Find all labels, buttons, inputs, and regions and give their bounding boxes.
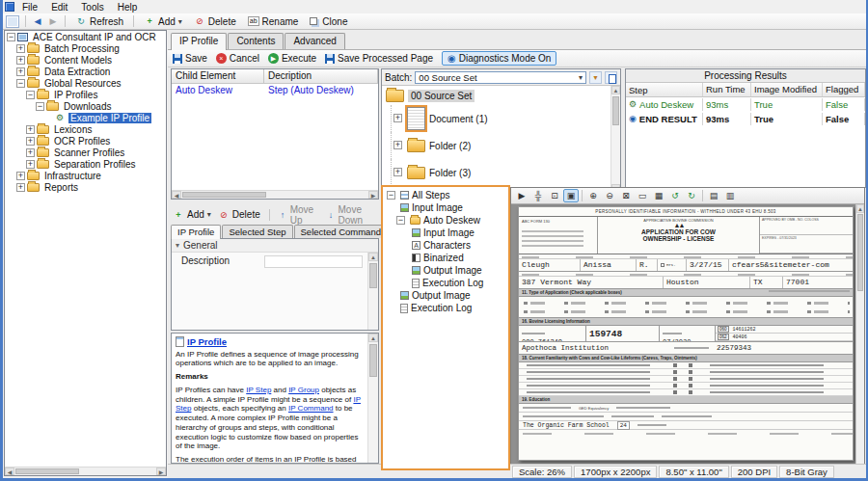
- column-run-time[interactable]: Run Time: [703, 83, 751, 96]
- magnifier-icon[interactable]: ▣: [563, 189, 579, 202]
- collapse-icon[interactable]: [396, 216, 405, 225]
- batch-item-document-1[interactable]: Document (1): [391, 105, 610, 132]
- tab-contents[interactable]: Contents: [228, 33, 284, 49]
- refresh-button[interactable]: ↻ Refresh: [71, 13, 127, 29]
- collapse-icon[interactable]: [16, 79, 25, 88]
- vertical-scrollbar[interactable]: ▲ ▼: [610, 86, 620, 193]
- horizontal-scrollbar[interactable]: ◀ ▶: [5, 467, 166, 475]
- batch-item-folder-3[interactable]: Folder (3): [391, 159, 610, 186]
- scroll-thumb[interactable]: [15, 468, 79, 474]
- fit-width-icon[interactable]: ▭: [635, 189, 650, 202]
- tree-item-lexicons[interactable]: Lexicons: [5, 123, 166, 135]
- table-row[interactable]: Auto Deskew Step (Auto Deskew): [172, 84, 378, 97]
- tree-item-example-ip-profile[interactable]: Example IP Profile: [5, 112, 166, 123]
- scroll-thumb[interactable]: [182, 192, 266, 198]
- batch-item-source-set[interactable]: 00 Source Set: [382, 86, 610, 105]
- scroll-track[interactable]: [181, 191, 368, 199]
- step-item-input-image[interactable]: Input Image: [383, 227, 508, 239]
- expand-icon[interactable]: [26, 148, 35, 157]
- expand-icon[interactable]: [26, 125, 35, 134]
- column-flagged[interactable]: Flagged: [823, 83, 865, 96]
- result-row-auto-deskew[interactable]: ⚙Auto Deskew 93ms True False: [626, 97, 865, 112]
- scroll-thumb[interactable]: [857, 214, 863, 291]
- help-title-link[interactable]: IP Profile: [187, 336, 227, 348]
- step-item-output-image[interactable]: Output Image: [383, 264, 508, 277]
- scroll-left-icon[interactable]: ◀: [172, 191, 181, 199]
- expand-icon[interactable]: [16, 172, 25, 180]
- step-item-execution-log[interactable]: Execution Log: [383, 277, 508, 289]
- tree-item-scanner-profiles[interactable]: Scanner Profiles: [5, 147, 166, 158]
- rotate-left-icon[interactable]: ↺: [667, 189, 683, 202]
- tree-item-global-resources[interactable]: Global Resources: [5, 77, 166, 89]
- step-item-input-image[interactable]: Input Image: [383, 201, 508, 214]
- result-row-end-result[interactable]: ◉END RESULT 93ms True False: [626, 112, 865, 126]
- zoom-in-icon[interactable]: ⊕: [585, 189, 601, 202]
- add-button[interactable]: + Add ▾: [140, 13, 186, 29]
- scroll-up-icon[interactable]: ▲: [368, 253, 378, 261]
- scroll-thumb[interactable]: [369, 263, 377, 288]
- execute-button[interactable]: ▶ Execute: [268, 53, 316, 64]
- tab-selected-command[interactable]: Selected Command: [294, 225, 388, 238]
- horizontal-scrollbar[interactable]: ◀ ▶: [172, 190, 378, 199]
- tree-item-ip-profiles[interactable]: IP Profiles: [5, 89, 166, 100]
- scroll-thumb[interactable]: [612, 96, 619, 125]
- tree-item-reports[interactable]: Reports: [5, 181, 166, 193]
- expand-icon[interactable]: [393, 168, 402, 176]
- menu-file[interactable]: File: [16, 2, 43, 13]
- expand-icon[interactable]: [16, 67, 25, 76]
- rename-button[interactable]: ab Rename: [244, 14, 303, 29]
- scroll-right-icon[interactable]: ▶: [368, 191, 378, 199]
- step-item-output-image[interactable]: Output Image: [383, 289, 508, 302]
- fit-page-icon[interactable]: ⊠: [618, 189, 634, 202]
- scroll-track[interactable]: [14, 468, 156, 475]
- back-icon[interactable]: ◀: [32, 15, 43, 27]
- expand-icon[interactable]: [16, 183, 25, 192]
- view-page-icon[interactable]: [605, 71, 617, 84]
- home-icon[interactable]: [6, 15, 19, 28]
- step-item-execution-log[interactable]: Execution Log: [383, 302, 508, 314]
- column-step[interactable]: Step: [626, 83, 703, 96]
- menu-help[interactable]: Help: [112, 2, 144, 13]
- diagnostics-mode-toggle[interactable]: ◉ Diagnostics Mode On: [442, 51, 556, 66]
- scroll-right-icon[interactable]: ▶: [156, 468, 166, 475]
- step-item-all-steps[interactable]: All Steps: [383, 189, 508, 201]
- actual-size-icon[interactable]: ▦: [651, 189, 666, 202]
- property-row-description[interactable]: Description: [172, 253, 378, 271]
- menu-tools[interactable]: Tools: [75, 2, 109, 13]
- ip-group-link[interactable]: IP Group: [288, 386, 319, 394]
- column-child-element[interactable]: Child Element: [172, 69, 264, 83]
- scroll-left-icon[interactable]: ◀: [5, 468, 14, 475]
- expand-icon[interactable]: [393, 114, 402, 122]
- add-step-button[interactable]: + Add ▾: [173, 209, 211, 221]
- expand-icon[interactable]: [16, 56, 25, 65]
- menu-edit[interactable]: Edit: [45, 2, 73, 13]
- zoom-out-icon[interactable]: ⊖: [602, 189, 617, 202]
- move-down-button[interactable]: ↓ Move Down: [326, 204, 377, 226]
- vertical-scrollbar[interactable]: ▲: [367, 334, 378, 463]
- column-image-modified[interactable]: Image Modified: [751, 83, 823, 96]
- pointer-icon[interactable]: ▶: [514, 189, 529, 202]
- collapse-icon[interactable]: [387, 191, 395, 200]
- vertical-scrollbar[interactable]: ▲: [367, 253, 378, 330]
- expand-icon[interactable]: [393, 141, 402, 149]
- move-up-button[interactable]: ↑ Move Up: [279, 204, 320, 226]
- tree-item-downloads[interactable]: Downloads: [5, 100, 166, 112]
- export-icon[interactable]: ▥: [722, 189, 738, 202]
- scroll-up-icon[interactable]: ▲: [368, 334, 378, 342]
- batch-item-folder-2[interactable]: Folder (2): [391, 132, 610, 159]
- scroll-thumb[interactable]: [369, 344, 377, 377]
- step-item-auto-deskew[interactable]: Auto Deskew: [383, 214, 508, 227]
- ip-step-link[interactable]: IP Step: [246, 386, 271, 394]
- scroll-up-icon[interactable]: ▲: [856, 204, 864, 213]
- tree-item-data-extraction[interactable]: Data Extraction: [5, 66, 166, 77]
- tree-item-root[interactable]: ACE Consultant IP and OCR: [5, 31, 166, 42]
- clone-button[interactable]: Clone: [306, 14, 351, 29]
- delete-button[interactable]: ⊘ Delete: [190, 13, 240, 29]
- tree-item-separation-profiles[interactable]: Separation Profiles: [5, 158, 166, 170]
- collapse-icon[interactable]: [26, 91, 35, 99]
- expand-icon[interactable]: [26, 160, 35, 169]
- zoom-select-icon[interactable]: ⊡: [547, 189, 562, 202]
- tree-item-ocr-profiles[interactable]: OCR Profiles: [5, 135, 166, 147]
- property-value-field[interactable]: [264, 255, 363, 268]
- tab-ip-profile[interactable]: IP Profile: [171, 33, 227, 50]
